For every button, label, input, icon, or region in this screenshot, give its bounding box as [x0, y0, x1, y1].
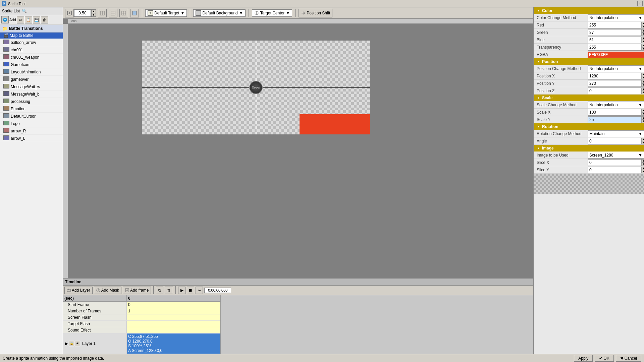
copy-button[interactable]: ⧉ — [17, 16, 24, 23]
pos-y-row: Position Y ▲ ▼ — [534, 80, 644, 87]
pos-x-up[interactable]: ▲ — [641, 73, 644, 76]
scale-y-up[interactable]: ▲ — [641, 116, 644, 120]
zoom-input[interactable] — [74, 9, 91, 17]
layer-lock-button[interactable]: 🔒 — [69, 341, 74, 346]
scale-x-up[interactable]: ▲ — [641, 109, 644, 112]
timeline-row-screen-flash[interactable]: Screen Flash — [63, 314, 220, 321]
pos-change-method-dropdown[interactable]: No Interpolation ▼ — [588, 65, 644, 72]
cancel-button[interactable]: ✖ Cancel — [616, 355, 641, 362]
image-used-dropdown[interactable]: Screen_1280 ▼ — [588, 152, 644, 159]
save-button[interactable]: 💾 — [33, 16, 40, 23]
search-icon[interactable]: 🔍 — [22, 9, 27, 13]
delete-button[interactable]: 🗑 — [41, 16, 48, 23]
sidebar-item-messagewait-w[interactable]: MessageWait_w — [0, 83, 63, 90]
scale-y-input[interactable] — [588, 116, 641, 123]
sidebar-item-messagewait-b[interactable]: MessageWait_b — [0, 90, 63, 98]
sidebar-item-arrow-l[interactable]: arrow_L — [0, 135, 63, 142]
timeline-row-start-frame[interactable]: Start Frame 0 — [63, 302, 220, 308]
apply-button[interactable]: Apply — [574, 355, 593, 362]
sidebar-item-gameover[interactable]: gameover — [0, 76, 63, 83]
sidebar-item-defaultcursor[interactable]: DefaultCursor — [0, 113, 63, 120]
green-up-arrow[interactable]: ▲ — [641, 29, 644, 33]
pos-change-method-row: Position Change Method No Interpolation … — [534, 65, 644, 72]
blue-down-arrow[interactable]: ▼ — [641, 40, 644, 43]
slice-y-input[interactable] — [588, 167, 641, 173]
view-btn-1[interactable] — [98, 9, 107, 17]
transparency-up-arrow[interactable]: ▲ — [641, 44, 644, 47]
sidebar-item-chr001-weapon[interactable]: chr001_weapon — [0, 54, 63, 61]
sidebar-item-map-to-battle[interactable]: 🎬 Map to Battle — [0, 33, 63, 39]
rgba-value[interactable]: FF5733FF — [588, 52, 644, 58]
rotation-change-method-dropdown[interactable]: Maintain ▼ — [588, 130, 644, 137]
paste-button[interactable]: 📋 — [25, 16, 32, 23]
scale-x-input[interactable] — [588, 109, 641, 116]
layer-expand-icon[interactable]: ▶ — [65, 341, 68, 346]
red-input[interactable] — [588, 22, 641, 28]
zoom-down-button[interactable]: ▼ — [91, 13, 96, 17]
blue-up-arrow[interactable]: ▲ — [641, 37, 644, 40]
sidebar-item-arrow-r[interactable]: arrow_R — [0, 127, 63, 135]
green-down-arrow[interactable]: ▼ — [641, 33, 644, 36]
slice-y-up[interactable]: ▲ — [641, 167, 644, 170]
view-btn-2[interactable] — [109, 9, 117, 17]
pos-z-input[interactable] — [588, 87, 641, 94]
timeline-row-sound-effect[interactable]: Sound Effect — [63, 327, 220, 334]
default-background-dropdown[interactable]: Default Background ▼ — [193, 9, 245, 17]
angle-up[interactable]: ▲ — [641, 138, 644, 141]
timeline-row-target-flash[interactable]: Target Flash — [63, 321, 220, 327]
position-shift-button[interactable]: Position Shift — [299, 9, 332, 17]
transparency-down-arrow[interactable]: ▼ — [641, 47, 644, 51]
pos-x-down[interactable]: ▼ — [641, 76, 644, 79]
transparency-input[interactable] — [588, 44, 641, 51]
tl-delete-button[interactable]: 🗑 — [165, 287, 173, 294]
sidebar-item-chr001[interactable]: chr001 — [0, 46, 63, 54]
slice-x-down[interactable]: ▼ — [641, 163, 644, 166]
stop-button[interactable]: ⏹ — [187, 287, 194, 294]
color-change-method-dropdown[interactable]: No Interpolation ▼ — [588, 14, 644, 21]
ok-button[interactable]: ✔ OK — [595, 355, 613, 362]
close-button[interactable]: × — [637, 1, 643, 6]
view-btn-4[interactable] — [130, 9, 139, 17]
timeline-layer-row[interactable]: ▶ 🔒 👁 Layer 1 C 255,87,51,255 O 1280,270… — [63, 334, 220, 354]
slice-y-down[interactable]: ▼ — [641, 170, 644, 173]
target-center-dropdown[interactable]: Target Center ▼ — [252, 9, 292, 17]
sidebar-item-logo[interactable]: Logo — [0, 120, 63, 127]
timeline-row-num-frames[interactable]: Number of Frames 1 — [63, 308, 220, 314]
add-frame-button[interactable]: Add frame — [123, 287, 151, 294]
layer-vis-button[interactable]: 👁 — [75, 341, 80, 346]
zoom-icon-btn[interactable] — [65, 9, 74, 17]
pos-z-up[interactable]: ▲ — [641, 87, 644, 91]
angle-input[interactable] — [588, 138, 641, 144]
tl-copy-button[interactable]: ⧉ — [156, 287, 163, 294]
angle-down[interactable]: ▼ — [641, 141, 644, 144]
pos-y-down[interactable]: ▼ — [641, 83, 644, 87]
canvas-viewport[interactable]: Target — [68, 24, 533, 278]
default-target-dropdown[interactable]: T Default Target ▼ — [145, 9, 187, 17]
red-down-arrow[interactable]: ▼ — [641, 25, 644, 28]
scale-x-down[interactable]: ▼ — [641, 112, 644, 116]
slice-x-up[interactable]: ▲ — [641, 159, 644, 163]
sidebar-item-emotion[interactable]: Emotion — [0, 105, 63, 113]
green-input[interactable] — [588, 29, 641, 36]
sidebar-item-processing[interactable]: processing — [0, 98, 63, 105]
blue-input[interactable] — [588, 37, 641, 43]
slice-x-input[interactable] — [588, 159, 641, 166]
zoom-up-button[interactable]: ▲ — [91, 9, 96, 13]
add-layer-button[interactable]: Add Layer — [64, 287, 93, 294]
red-up-arrow[interactable]: ▲ — [641, 22, 644, 25]
scale-change-method-dropdown[interactable]: No Interpolation ▼ — [588, 102, 644, 108]
pos-y-input[interactable] — [588, 80, 641, 87]
view-btn-3[interactable] — [119, 9, 128, 17]
pos-y-up[interactable]: ▲ — [641, 80, 644, 83]
main-toolbar: ▲ ▼ T Default Target ▼ — [63, 7, 533, 19]
play-button[interactable]: ▶ — [178, 287, 185, 294]
pos-z-down[interactable]: ▼ — [641, 91, 644, 94]
pos-x-input[interactable] — [588, 73, 641, 79]
add-mask-button[interactable]: Add Mask — [94, 287, 121, 294]
sidebar-item-balloon-arrow[interactable]: balloon_arrow — [0, 39, 63, 46]
add-button[interactable]: + — [1, 16, 9, 23]
scale-y-down[interactable]: ▼ — [641, 120, 644, 123]
sidebar-item-layoutanimation[interactable]: LayoutAnimation — [0, 68, 63, 76]
sidebar-item-gameicon[interactable]: GameIcon — [0, 61, 63, 68]
loop-button[interactable]: ∞ — [196, 287, 203, 294]
